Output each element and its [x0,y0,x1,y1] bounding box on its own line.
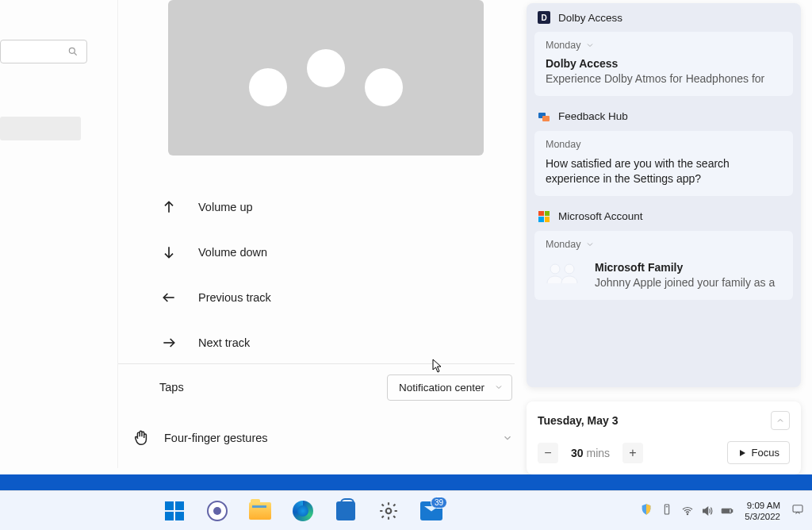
edge-button[interactable] [287,495,319,527]
notif-app-name: Dolby Access [558,12,622,24]
collapse-button[interactable] [771,411,790,430]
notif-body: How satisfied are you with the search ex… [546,156,782,186]
gesture-label: Volume down [198,246,267,259]
notification-card-family[interactable]: Monday Microsoft Family Johnny Apple joi… [534,231,793,300]
taps-dropdown-value: Notification center [399,382,485,394]
gesture-label: Next track [198,336,250,349]
play-icon [737,448,747,458]
arrow-up-icon [159,199,178,215]
arrow-left-icon [159,290,178,305]
chevron-down-icon [494,382,504,392]
gesture-next-track[interactable]: Next track [159,320,492,365]
battery-icon [721,505,733,517]
gesture-volume-down[interactable]: Volume down [159,229,492,275]
notif-app-header-feedback[interactable]: Feedback Hub [527,102,801,126]
svg-point-0 [69,48,75,53]
network-sound-battery[interactable] [681,505,733,517]
gesture-previous-track[interactable]: Previous track [159,275,492,320]
store-button[interactable] [330,495,362,527]
svg-point-14 [688,513,688,514]
gesture-preview-graphic [168,0,484,156]
sidebar-selected-item[interactable] [0,117,81,140]
mail-icon: 39 [420,501,442,520]
focus-button[interactable]: Focus [727,441,790,464]
taskbar: 39 9:09 AM 5/3/2022 [0,490,812,530]
clock[interactable]: 9:09 AM 5/3/2022 [741,500,783,523]
arrow-right-icon [159,335,178,351]
gear-icon [378,501,399,521]
volume-icon [701,505,714,517]
store-icon [336,501,355,520]
notification-card-dolby[interactable]: Monday Dolby Access Experience Dolby Atm… [534,32,793,96]
focus-date: Tuesday, May 3 [538,414,618,427]
settings-sidebar [0,0,118,468]
notif-app-header-dolby[interactable]: D Dolby Access [527,3,801,27]
four-finger-gestures-row[interactable]: Four-finger gestures [132,423,513,453]
gesture-volume-up[interactable]: Volume up [159,184,492,229]
hand-icon [132,429,150,447]
microsoft-icon [538,210,550,223]
svg-rect-7 [542,116,550,121]
notif-app-header-msaccount[interactable]: Microsoft Account [527,202,801,226]
chevron-up-icon [776,416,785,425]
notif-timestamp: Monday [546,239,580,250]
arrow-down-icon [159,244,178,260]
chevron-down-icon [502,432,513,444]
edge-icon [293,501,313,521]
notifications-button[interactable] [791,503,804,519]
chat-button[interactable] [201,495,233,527]
mail-button[interactable]: 39 [416,495,447,527]
system-tray: 9:09 AM 5/3/2022 [640,491,804,530]
svg-rect-11 [665,505,669,514]
svg-point-9 [565,264,574,274]
family-icon [546,261,582,285]
search-icon [67,46,79,57]
notif-app-name: Feedback Hub [558,110,628,122]
svg-rect-17 [723,510,730,513]
notif-title: Microsoft Family [595,261,775,274]
chevron-down-icon [585,40,595,50]
notif-body: Johnny Apple joined your family as a [595,275,775,290]
dolby-icon: D [538,11,550,24]
security-icon[interactable] [640,503,653,519]
svg-rect-18 [793,505,802,513]
file-explorer-button[interactable] [244,495,276,527]
feedback-hub-icon [538,110,550,123]
taps-setting-row: Taps Notification center [159,371,512,403]
search-input[interactable] [0,40,87,63]
increase-duration-button[interactable]: + [622,443,643,463]
chevron-down-icon [585,240,595,249]
notif-app-name: Microsoft Account [558,210,643,222]
chat-icon [207,501,228,521]
four-finger-label: Four-finger gestures [164,432,488,444]
taps-dropdown[interactable]: Notification center [387,374,512,401]
notif-title: Dolby Access [546,57,782,70]
start-button[interactable] [159,495,190,527]
taps-label: Taps [159,381,184,394]
svg-line-1 [75,53,77,56]
gesture-label: Previous track [198,291,271,304]
notif-timestamp: Monday [546,139,580,150]
calendar-focus-panel: Tuesday, May 3 − 30 mins + Focus [527,401,801,474]
notification-card-feedback[interactable]: Monday How satisfied are you with the se… [534,131,793,196]
svg-point-8 [550,264,560,274]
svg-point-10 [386,509,392,514]
notification-center: D Dolby Access Monday Dolby Access Exper… [527,3,801,387]
mail-badge: 39 [431,497,447,509]
decrease-duration-button[interactable]: − [538,443,558,463]
focus-duration: 30 mins [571,447,610,459]
usb-icon[interactable] [661,503,673,519]
gesture-label: Volume up [198,201,253,213]
settings-content: Volume up Volume down Previous track Nex… [118,0,522,468]
notif-body: Experience Dolby Atmos for Headphones fo… [546,71,782,86]
folder-icon [249,502,271,520]
svg-rect-16 [732,510,733,513]
wifi-icon [681,505,694,517]
windows-icon [165,501,184,520]
settings-button[interactable] [373,495,404,527]
notif-timestamp: Monday [546,40,580,51]
